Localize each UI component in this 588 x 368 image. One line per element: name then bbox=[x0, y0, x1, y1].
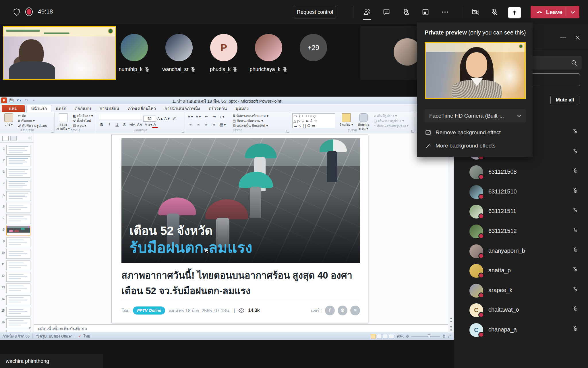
dialog-launcher-icon[interactable] bbox=[287, 130, 289, 133]
breakout-rooms-icon[interactable] bbox=[420, 6, 431, 18]
text-direction-button[interactable]: ⇅ ทิศทางของข้อความ ▾ bbox=[233, 114, 268, 118]
camera-select-dropdown[interactable]: FaceTime HD Camera (Built-... bbox=[425, 109, 526, 122]
grow-font-icon[interactable]: A▲ bbox=[157, 116, 163, 121]
font-size-select[interactable]: 32 bbox=[143, 116, 156, 122]
participant-row[interactable]: arapee_k bbox=[454, 283, 588, 301]
slide-thumbnail-11[interactable]: 11 bbox=[0, 260, 34, 271]
bold-button[interactable]: B bbox=[99, 122, 105, 127]
tab-การนำเสนอภาพนิ่ง[interactable]: การนำเสนอภาพนิ่ง bbox=[160, 105, 204, 112]
filmstrip-tile[interactable]: Pphudis_k bbox=[210, 26, 237, 80]
participant-row[interactable]: anatta_p bbox=[454, 263, 588, 281]
bullets-button[interactable]: ≡▾ bbox=[188, 114, 194, 119]
align-right-button[interactable]: ≡ bbox=[204, 122, 210, 127]
slide-thumbnail-14[interactable]: 14 bbox=[0, 295, 34, 306]
layout-button[interactable]: ◧ เค้าโครง ▾ bbox=[73, 114, 93, 118]
font-name-select[interactable] bbox=[99, 114, 142, 120]
slides-tab-icon[interactable] bbox=[2, 136, 9, 141]
previous-slide-icon[interactable]: ▲▲ bbox=[448, 316, 454, 323]
zoom-in-icon[interactable]: ⊕ bbox=[442, 334, 446, 338]
more-options-icon[interactable] bbox=[439, 6, 451, 18]
shapes-gallery[interactable]: ▭∖∟□○◇△▷▽⇦⇩☆☁∿{}✪▭ bbox=[292, 113, 335, 128]
mic-off-icon[interactable] bbox=[489, 6, 500, 18]
align-center-button[interactable]: ≡ bbox=[196, 122, 202, 127]
stop-sharing-button[interactable] bbox=[508, 7, 521, 18]
raise-hand-icon[interactable] bbox=[400, 6, 412, 18]
filmstrip-tile[interactable]: phurichaya_k bbox=[255, 26, 282, 80]
tab-ภาพเคลื่อนไหว[interactable]: ภาพเคลื่อนไหว bbox=[123, 105, 160, 112]
cut-button[interactable]: ✂ ตัด bbox=[18, 114, 47, 118]
columns-button[interactable]: ▦▾ bbox=[220, 122, 225, 127]
fit-to-window-icon[interactable]: ⤢ bbox=[448, 334, 451, 338]
decrease-indent-button[interactable]: ⇤ bbox=[204, 114, 210, 119]
slide-thumbnail-13[interactable]: 13 bbox=[0, 283, 34, 294]
close-pane-icon[interactable] bbox=[28, 136, 32, 140]
slide-thumbnail-9[interactable]: 9 bbox=[0, 237, 34, 248]
participant-row[interactable]: Cchaitawat_o bbox=[454, 302, 588, 321]
tab-file[interactable]: แฟ้ม bbox=[2, 105, 25, 112]
participants-icon[interactable] bbox=[361, 6, 373, 18]
language-status[interactable]: ไทย bbox=[84, 333, 90, 339]
dialog-launcher-icon[interactable] bbox=[411, 130, 414, 133]
normal-view-icon[interactable] bbox=[371, 334, 376, 338]
slide-thumbnail-10[interactable]: 10 bbox=[0, 248, 34, 259]
italic-button[interactable]: I bbox=[107, 122, 112, 127]
numbering-button[interactable]: ≡▾ bbox=[196, 114, 202, 119]
thumbnails-scroll-down-icon[interactable]: ▼ bbox=[28, 327, 32, 331]
participant-row[interactable]: 631121512 bbox=[454, 223, 588, 242]
participant-row[interactable]: 631121510 bbox=[454, 184, 588, 202]
shape-outline-button[interactable]: ▢ เส้นกรอบรูปร่าง ▾ bbox=[374, 118, 409, 123]
slide-thumbnail-8[interactable]: 8 bbox=[0, 225, 34, 236]
tab-ออกแบบ[interactable]: ออกแบบ bbox=[71, 105, 95, 112]
next-slide-icon[interactable]: ▼▼ bbox=[448, 325, 454, 332]
increase-indent-button[interactable]: ⇥ bbox=[212, 114, 217, 119]
leave-button[interactable]: Leave bbox=[531, 6, 579, 18]
shape-fill-button[interactable]: ◕ เติมสีรูปร่าง ▾ bbox=[374, 114, 409, 118]
underline-button[interactable]: U bbox=[114, 122, 120, 127]
dialog-launcher-icon[interactable] bbox=[182, 130, 184, 133]
tab-การเปลี่ยน[interactable]: การเปลี่ยน bbox=[95, 105, 123, 112]
tab-แทรก[interactable]: แทรก bbox=[51, 105, 71, 112]
slide-thumbnail-6[interactable]: 6 bbox=[0, 202, 34, 213]
participant-row[interactable]: Cchanapa_a bbox=[454, 322, 588, 340]
slide-thumbnail-3[interactable]: 3 bbox=[0, 167, 34, 178]
dialog-launcher-icon[interactable] bbox=[51, 130, 54, 133]
shadow-button[interactable]: S bbox=[122, 122, 127, 127]
panel-more-options-icon[interactable] bbox=[558, 33, 568, 42]
clear-formatting-icon[interactable]: 🖉 bbox=[171, 116, 177, 121]
slideshow-view-icon[interactable] bbox=[389, 334, 394, 338]
filmstrip-tile[interactable]: wanchai_sr bbox=[165, 26, 193, 80]
notes-pane[interactable]: คลิกเพื่อที่จะเพิ่มบันทึกย่อ bbox=[34, 324, 448, 333]
reset-button[interactable]: ↺ ตั้งค่าใหม่ bbox=[73, 118, 93, 123]
chat-icon[interactable] bbox=[381, 6, 392, 18]
tab-ตรวจทาน[interactable]: ตรวจทาน bbox=[204, 105, 231, 112]
participant-row[interactable]: ananyaporn_b bbox=[454, 243, 588, 262]
slide-thumbnail-2[interactable]: 2 bbox=[0, 156, 34, 167]
participant-row[interactable]: 631121508 bbox=[454, 164, 588, 183]
slide-thumbnail-15[interactable]: 15 bbox=[0, 306, 34, 317]
char-spacing-button[interactable]: AV bbox=[137, 122, 143, 127]
arrange-button[interactable]: จัดเรียง ▾ bbox=[338, 113, 354, 126]
slide-thumbnail-1[interactable]: 1 bbox=[0, 144, 34, 155]
request-control-button[interactable]: Request control bbox=[294, 6, 336, 18]
slide-vertical-scrollbar[interactable]: ▲ ▲▲ ▼▼ bbox=[448, 133, 454, 333]
tab-หน้าแรก[interactable]: หน้าแรก bbox=[26, 105, 51, 112]
filmstrip-tile[interactable]: +29 bbox=[300, 26, 327, 80]
line-spacing-button[interactable]: ↕▾ bbox=[220, 114, 225, 119]
font-color-button[interactable]: A bbox=[152, 122, 158, 128]
remove-background-effect-item[interactable]: Remove background effect bbox=[425, 128, 526, 137]
zoom-out-icon[interactable]: ⊖ bbox=[406, 334, 409, 338]
filmstrip-tile[interactable]: numthip_k bbox=[121, 26, 148, 80]
align-text-button[interactable]: ▤ จัดแนวข้อความ ▾ bbox=[233, 118, 268, 123]
active-speaker-video-tile[interactable] bbox=[3, 26, 116, 80]
justify-button[interactable]: ≡ bbox=[212, 122, 217, 127]
reading-view-icon[interactable] bbox=[383, 334, 388, 338]
copy-button[interactable]: ⧉ คัดลอก ▾ bbox=[18, 118, 47, 123]
participant-row[interactable]: 631121511 bbox=[454, 204, 588, 222]
mute-all-button[interactable]: Mute all bbox=[550, 96, 579, 104]
paste-button[interactable]: วาง ▾ bbox=[1, 113, 17, 126]
align-left-button[interactable]: ≡ bbox=[188, 122, 194, 127]
outline-tab-icon[interactable] bbox=[10, 136, 17, 141]
slide-sorter-view-icon[interactable] bbox=[377, 334, 382, 338]
change-case-button[interactable]: Aa▾ bbox=[145, 122, 150, 127]
slide-thumbnail-7[interactable]: 7 bbox=[0, 214, 34, 225]
